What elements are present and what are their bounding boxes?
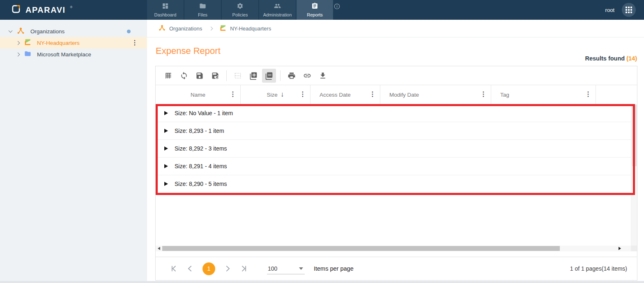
column-menu-icon[interactable]: ⋮ bbox=[585, 91, 591, 97]
nav-right: root bbox=[605, 3, 644, 17]
pagination-bar: 1 100 Items per page 1 of 1 pages(14 ite… bbox=[156, 257, 637, 280]
column-menu-icon[interactable]: ⋮ bbox=[230, 91, 236, 97]
first-page-button[interactable] bbox=[166, 260, 182, 277]
sidebar-item-organizations[interactable]: Organizations bbox=[0, 26, 147, 37]
breadcrumb-ny-headquarters[interactable]: NY-Headquarters bbox=[220, 25, 271, 32]
table-view-icon[interactable] bbox=[161, 69, 175, 83]
toolbar-separator bbox=[226, 70, 227, 81]
group-row-label: Size: 8,293 - 1 item bbox=[175, 128, 224, 134]
item-menu-icon[interactable]: ⋮ bbox=[131, 39, 138, 46]
report-panel: Name ⋮ Size ↓ ⋮ Access Date ⋮ Modify Dat… bbox=[155, 66, 637, 281]
collapse-all-icon[interactable] bbox=[262, 69, 276, 83]
sort-desc-icon[interactable]: ↓ bbox=[281, 90, 284, 99]
chevron-down-icon[interactable] bbox=[9, 29, 13, 33]
chevron-right-icon bbox=[209, 26, 213, 30]
user-name[interactable]: root bbox=[605, 7, 614, 13]
group-row[interactable]: Size: 8,292 - 3 items bbox=[156, 140, 631, 158]
scroll-left-arrow-icon[interactable] bbox=[158, 247, 160, 250]
chevron-right-icon[interactable] bbox=[16, 41, 20, 45]
group-row-label: Size: No Value - 1 item bbox=[175, 110, 233, 116]
page-title: Expense Report bbox=[156, 46, 221, 56]
expand-triangle-icon[interactable] bbox=[164, 146, 168, 151]
column-label: Name bbox=[191, 92, 205, 98]
download-icon[interactable] bbox=[316, 69, 330, 83]
column-header-modify-date[interactable]: Modify Date ⋮ bbox=[380, 85, 491, 104]
group-row[interactable]: Size: 8,293 - 1 item bbox=[156, 122, 631, 140]
previous-page-button[interactable] bbox=[182, 260, 198, 277]
items-per-page-select[interactable]: 100 bbox=[267, 263, 305, 274]
expand-all-icon[interactable] bbox=[246, 69, 260, 83]
last-page-button[interactable] bbox=[236, 260, 252, 277]
expand-triangle-icon[interactable] bbox=[164, 164, 168, 168]
column-header-tag[interactable]: Tag ⋮ bbox=[491, 85, 596, 104]
link-icon[interactable] bbox=[300, 69, 314, 83]
top-nav-bar: APARAVI ® Dashboard Files Policies Admin… bbox=[0, 0, 644, 20]
column-header-empty bbox=[596, 85, 631, 104]
group-row-label: Size: 8,291 - 4 items bbox=[175, 163, 227, 169]
column-menu-icon[interactable]: ⋮ bbox=[299, 91, 306, 97]
brand-name: APARAVI bbox=[25, 5, 66, 15]
tab-dashboard[interactable]: Dashboard bbox=[147, 0, 184, 20]
apps-menu-button[interactable] bbox=[622, 3, 636, 17]
tab-files-label: Files bbox=[198, 12, 207, 17]
tab-reports-label: Reports bbox=[307, 12, 323, 17]
column-header-size[interactable]: Size ↓ ⋮ bbox=[241, 85, 310, 104]
page-summary: 1 of 1 pages(14 items) bbox=[570, 265, 627, 272]
brand-registered-mark: ® bbox=[70, 5, 73, 9]
org-node-icon bbox=[17, 27, 25, 36]
dashboard-icon bbox=[162, 2, 169, 11]
report-toolbar bbox=[156, 66, 637, 85]
column-label: Size bbox=[267, 92, 278, 98]
vertical-scrollbar-thumb[interactable] bbox=[632, 104, 637, 166]
aggregator-flag-icon bbox=[220, 25, 226, 32]
grid-apps-icon bbox=[626, 7, 632, 13]
tab-reports[interactable]: Reports bbox=[297, 0, 333, 20]
toolbar-separator bbox=[280, 70, 281, 81]
scroll-right-arrow-icon[interactable] bbox=[619, 247, 621, 250]
sidebar-item-microsoft-marketplace[interactable]: Microsoft Marketplace bbox=[0, 49, 147, 60]
sidebar-tree: Organizations NY-Headquarters ⋮ Microsof… bbox=[0, 20, 147, 281]
split-view-icon[interactable] bbox=[231, 69, 245, 83]
folder-icon bbox=[199, 2, 206, 11]
tab-files[interactable]: Files bbox=[184, 0, 221, 20]
folder-blue-icon bbox=[24, 50, 31, 58]
save-edit-icon[interactable] bbox=[208, 69, 222, 83]
column-menu-icon[interactable]: ⋮ bbox=[369, 91, 376, 97]
tab-policies[interactable]: Policies bbox=[222, 0, 258, 20]
group-row-label: Size: 8,290 - 5 items bbox=[175, 181, 227, 187]
current-page-button[interactable]: 1 bbox=[202, 262, 215, 275]
aparavi-logo[interactable]: APARAVI ® bbox=[0, 4, 136, 16]
expand-triangle-icon[interactable] bbox=[164, 182, 168, 186]
vertical-scrollbar[interactable] bbox=[631, 104, 637, 251]
group-row[interactable]: Size: 8,290 - 5 items bbox=[156, 175, 631, 193]
group-row[interactable]: Size: No Value - 1 item bbox=[156, 104, 631, 122]
sidebar-item-label: Organizations bbox=[30, 28, 64, 35]
clipboard-icon bbox=[311, 2, 318, 11]
refresh-icon[interactable] bbox=[177, 69, 191, 83]
save-icon[interactable] bbox=[193, 69, 207, 83]
aparavi-logo-icon bbox=[11, 4, 21, 16]
info-icon[interactable] bbox=[334, 3, 340, 11]
breadcrumb-organizations[interactable]: Organizations bbox=[159, 24, 202, 32]
column-label: Access Date bbox=[320, 92, 351, 98]
column-menu-icon[interactable]: ⋮ bbox=[480, 91, 487, 97]
breadcrumb: Organizations NY-Headquarters bbox=[147, 20, 644, 37]
sidebar-item-ny-headquarters[interactable]: NY-Headquarters ⋮ bbox=[0, 37, 147, 49]
group-row[interactable]: Size: 8,291 - 4 items bbox=[156, 158, 631, 175]
next-page-button[interactable] bbox=[219, 260, 236, 277]
sidebar-item-label: NY-Headquarters bbox=[37, 40, 80, 46]
column-header-name[interactable]: Name ⋮ bbox=[156, 85, 241, 104]
expand-triangle-icon[interactable] bbox=[164, 129, 168, 133]
horizontal-scrollbar[interactable] bbox=[156, 246, 631, 251]
horizontal-scrollbar-thumb[interactable] bbox=[162, 246, 560, 251]
chevron-down-icon bbox=[299, 267, 303, 270]
people-icon bbox=[274, 2, 281, 11]
tab-administration-label: Administration bbox=[263, 12, 292, 17]
column-header-access-date[interactable]: Access Date ⋮ bbox=[310, 85, 380, 104]
tab-administration[interactable]: Administration bbox=[259, 0, 296, 20]
print-icon[interactable] bbox=[285, 69, 299, 83]
chevron-right-icon[interactable] bbox=[16, 52, 20, 56]
sidebar-item-label: Microsoft Marketplace bbox=[37, 51, 91, 58]
expand-triangle-icon[interactable] bbox=[164, 111, 168, 115]
column-label: Modify Date bbox=[389, 92, 419, 98]
